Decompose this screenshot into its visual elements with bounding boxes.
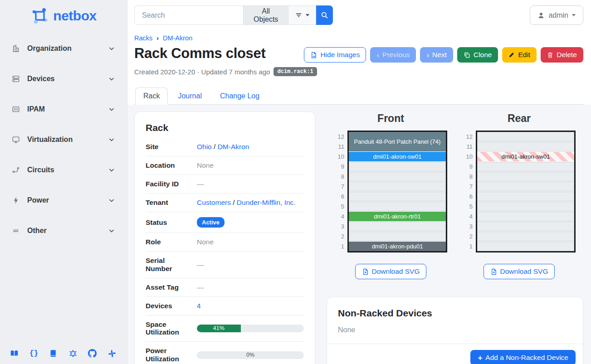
graphql-icon[interactable] xyxy=(68,349,77,358)
unit-label: 9 xyxy=(463,162,473,171)
chevron-down-icon xyxy=(108,75,115,83)
front-rack-empty-slot[interactable] xyxy=(349,192,446,201)
attr-label: Status xyxy=(146,212,190,233)
rear-rack-empty-slot[interactable] xyxy=(477,132,574,141)
attr-label: Location xyxy=(146,156,190,175)
hide-images-button[interactable]: Hide Images xyxy=(304,47,366,63)
rear-rack-empty-slot[interactable] xyxy=(477,182,574,191)
slack-icon[interactable] xyxy=(107,349,116,358)
front-rack-empty-slot[interactable] xyxy=(349,182,446,191)
virtualization-icon xyxy=(12,136,20,144)
left-column: Rack SiteOhio / DM-AkronLocationNoneFaci… xyxy=(134,112,315,364)
rear-rack-device[interactable]: dmi01-akron-sw01 xyxy=(477,152,574,161)
netbox-logo-icon xyxy=(30,6,49,25)
non-racked-title: Non-Racked Devices xyxy=(338,308,572,319)
rear-rack-empty-slot[interactable] xyxy=(477,202,574,211)
add-non-racked-device-button[interactable]: + Add a Non-Racked Device xyxy=(470,350,576,364)
tab-rack[interactable]: Rack xyxy=(135,87,168,105)
rear-elevation: Rear 121110987654321 dmi01-akron-sw01 xyxy=(455,112,583,279)
code-braces-icon[interactable]: {} xyxy=(29,349,38,358)
rear-rack-empty-slot[interactable] xyxy=(477,232,574,241)
attr-value-muted: — xyxy=(197,261,204,268)
unit-label: 10 xyxy=(463,152,473,161)
rear-rack: 121110987654321 dmi01-akron-sw01 xyxy=(463,131,576,252)
attr-link[interactable]: Dunder-Mifflin, Inc. xyxy=(237,199,296,206)
rear-rack-empty-slot[interactable] xyxy=(477,172,574,181)
rear-elevation-title: Rear xyxy=(508,112,531,125)
attr-label: Tenant xyxy=(146,194,190,212)
front-rack-empty-slot[interactable] xyxy=(349,202,446,211)
unit-label: 7 xyxy=(463,182,473,191)
edit-button[interactable]: Edit xyxy=(502,47,537,63)
sidebar-item-other[interactable]: Other xyxy=(0,219,127,242)
sidebar-item-power[interactable]: Power xyxy=(0,189,127,212)
object-id-badge: dcim.rack:1 xyxy=(274,67,317,76)
front-rack-empty-slot[interactable] xyxy=(349,222,446,231)
search-input[interactable] xyxy=(134,5,243,25)
user-icon xyxy=(537,12,545,19)
action-buttons: Hide Images ‹ Previous › Next Clone xyxy=(304,47,583,63)
search-scope-button[interactable]: All Objects xyxy=(243,5,288,25)
rear-rack-empty-slot[interactable] xyxy=(477,142,574,151)
netbox-logo[interactable]: netbox xyxy=(0,0,127,30)
front-download-svg-button[interactable]: Download SVG xyxy=(355,264,427,279)
docs-icon[interactable] xyxy=(10,349,19,358)
created-updated-text: Created 2020-12-20 · Updated 7 months ag… xyxy=(134,68,270,76)
attr-link[interactable]: Ohio xyxy=(197,143,212,150)
breadcrumb-site-link[interactable]: DM-Akron xyxy=(163,34,192,42)
front-rack-device[interactable]: dmi01-akron-rtr01 xyxy=(349,212,446,221)
sidebar-item-virtualization[interactable]: Virtualization xyxy=(0,128,127,151)
attr-value: — xyxy=(190,252,304,278)
rack-card-title: Rack xyxy=(146,122,304,133)
attr-link[interactable]: DM-Akron xyxy=(218,143,249,150)
attr-row-location: LocationNone xyxy=(146,156,304,175)
delete-button[interactable]: Delete xyxy=(541,47,583,63)
tab-change-log[interactable]: Change Log xyxy=(212,87,268,105)
user-menu-label: admin xyxy=(548,11,568,19)
chevron-down-icon xyxy=(108,106,115,113)
github-icon[interactable] xyxy=(88,349,97,358)
user-menu-button[interactable]: admin xyxy=(530,5,583,25)
book-icon[interactable] xyxy=(49,349,58,358)
attr-row-site: SiteOhio / DM-Akron xyxy=(146,138,304,156)
front-rack-empty-slot[interactable] xyxy=(349,162,446,171)
chevron-right-icon: › xyxy=(156,34,159,42)
search-filter-dropdown[interactable] xyxy=(288,5,316,25)
rear-rack-empty-slot[interactable] xyxy=(477,162,574,171)
previous-button[interactable]: ‹ Previous xyxy=(370,47,416,63)
sidebar-item-organization[interactable]: Organization xyxy=(0,37,127,60)
attr-link[interactable]: Customers xyxy=(197,199,231,206)
rear-rack-frame: dmi01-akron-sw01 xyxy=(476,131,576,252)
next-button[interactable]: › Next xyxy=(420,47,453,63)
chevron-down-icon xyxy=(108,197,115,204)
rear-download-svg-button[interactable]: Download SVG xyxy=(484,264,555,279)
front-rack-device[interactable]: dmi01-akron-sw01 xyxy=(349,152,446,161)
tab-journal[interactable]: Journal xyxy=(170,87,210,105)
sidebar-item-devices[interactable]: Devices xyxy=(0,68,127,90)
front-rack-device[interactable]: Panduit 48-Port Patch Panel (74) xyxy=(349,132,446,151)
rear-rack-empty-slot[interactable] xyxy=(477,242,574,251)
pencil-icon xyxy=(508,52,515,58)
circuits-icon xyxy=(12,166,20,174)
non-racked-devices-card: Non-Racked Devices None + Add a Non-Rack… xyxy=(327,297,583,364)
rear-rack-empty-slot[interactable] xyxy=(477,212,574,221)
front-rack-empty-slot[interactable] xyxy=(349,232,446,241)
unit-label: 6 xyxy=(334,192,344,201)
unit-label: 2 xyxy=(463,232,473,241)
rear-rack-empty-slot[interactable] xyxy=(477,222,574,231)
front-rack-empty-slot[interactable] xyxy=(349,172,446,181)
sidebar-item-label: Devices xyxy=(27,75,101,83)
breadcrumb-racks-link[interactable]: Racks xyxy=(134,34,152,42)
search-submit-button[interactable] xyxy=(316,5,333,25)
sidebar-item-circuits[interactable]: Circuits xyxy=(0,159,127,181)
sidebar-item-ipam[interactable]: IPAM xyxy=(0,98,127,121)
rear-rack-empty-slot[interactable] xyxy=(477,192,574,201)
clone-button[interactable]: Clone xyxy=(457,47,498,63)
power-icon xyxy=(12,196,20,204)
attr-row-space-utilization: Space Utilization41% xyxy=(146,315,304,342)
rack-details-card: Rack SiteOhio / DM-AkronLocationNoneFaci… xyxy=(134,112,315,364)
attr-label: Role xyxy=(146,233,190,252)
attr-link[interactable]: 4 xyxy=(197,302,201,310)
front-rack-device[interactable]: dmi01-akron-pdu01 xyxy=(349,242,446,251)
search-icon xyxy=(321,11,328,19)
